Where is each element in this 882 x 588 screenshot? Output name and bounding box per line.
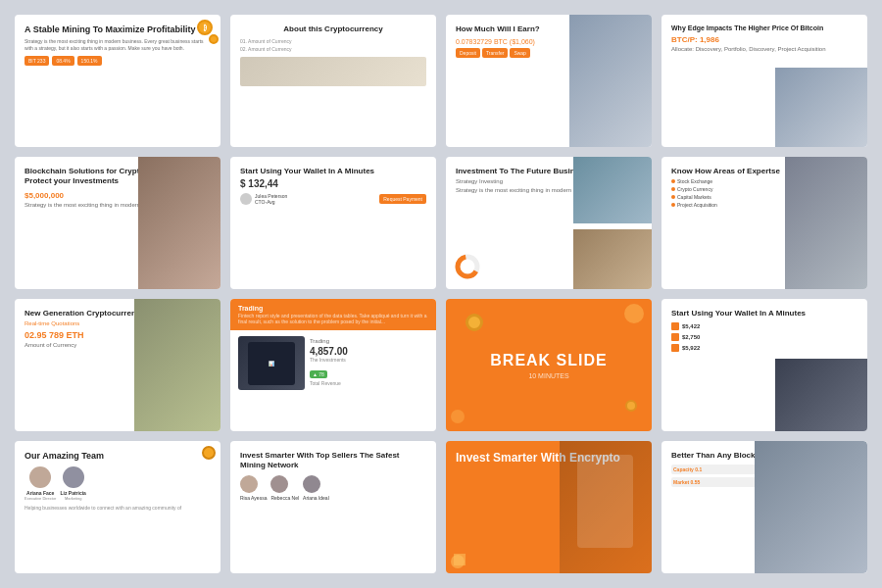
bullet-3 (671, 195, 675, 199)
bullet-1 (671, 179, 675, 183)
stat-val-3: $5,922 (682, 345, 700, 351)
coin-decoration-2 (209, 34, 219, 44)
bullet-2 (671, 187, 675, 191)
slide-15-image (560, 441, 653, 573)
slide-4-image (775, 68, 868, 147)
stat-icon-1 (671, 322, 679, 330)
slide-2: About this Cryptocurrency 01. Amount of … (230, 15, 436, 147)
stat-icon-3 (671, 344, 679, 352)
slide-15: Invest Smarter With Encrypto (446, 441, 652, 573)
slide-16-cell-3: Market 0.55 (671, 477, 763, 487)
stat-val-1: $5,422 (682, 323, 700, 329)
slide-1-tag-1: BIT 233 (24, 56, 49, 66)
slide-10-bot-title: Trading (310, 338, 348, 346)
av-3-name: Ariana Ideal (303, 495, 329, 501)
slide-16-image (755, 441, 868, 573)
slide-14-member-2: Rebecca Nel (270, 475, 299, 501)
slide-14-team: Risa Ayessa Rebecca Nel Ariana Ideal (240, 475, 426, 501)
slide-3-image (569, 15, 652, 147)
slide-10-bottom: 📊 Trading 4,857.00 The Investments ▲ 78 … (230, 330, 436, 396)
slide-13-body: Helping businesses worldwide to connect … (24, 505, 211, 512)
cell-3-val: Market 0.55 (673, 479, 761, 485)
slide-12-image (775, 359, 868, 431)
member-1-name: Ariana Face (24, 490, 56, 496)
slide-4-title: Why Edge Impacts The Higher Price Of Bit… (671, 24, 858, 32)
slide-8-image (785, 157, 867, 289)
slide-14-title: Invest Smarter With Top Sellers The Safe… (240, 451, 426, 469)
slide-6-avatar (240, 193, 252, 205)
member-2-avatar (63, 466, 84, 488)
slide-4-price: BTC/P: 1,986 (671, 35, 858, 44)
member-1-avatar (29, 466, 51, 488)
slide-1-body: Strategy is the most exciting thing in m… (24, 38, 211, 52)
break-coin-4 (625, 400, 637, 412)
slide-1-title: A Stable Mining To Maximize Profitabilit… (24, 24, 211, 35)
slide-2-title: About this Cryptocurrency (240, 24, 426, 34)
break-sub: 10 MINUTES (490, 372, 607, 379)
slide-6-title: Start Using Your Wallet In A Minutes (240, 167, 426, 176)
slide-14-member-3: Ariana Ideal (303, 475, 329, 501)
slide-12-stat-3: $5,922 (671, 344, 858, 352)
slide-3-btn-transfer[interactable]: Transfer (482, 48, 508, 58)
slide-1: ₿ A Stable Mining To Maximize Profitabil… (15, 15, 220, 147)
slide-7-image-bot (573, 229, 652, 289)
slide-1-tag-3: 150.1% (77, 56, 102, 66)
slide-13-title: Our Amazing Team (24, 451, 211, 462)
slide-6-role: CTO-Avg (255, 199, 287, 205)
slide-9-image (134, 299, 220, 431)
slide-6-person: Julea Peterson (255, 193, 287, 199)
slide-14: Invest Smarter With Top Sellers The Safe… (230, 441, 436, 573)
slide-4: Why Edge Impacts The Higher Price Of Bit… (662, 15, 867, 147)
slide-10-info: Trading 4,857.00 The Investments ▲ 78 To… (310, 336, 348, 390)
slide-6: Start Using Your Wallet In A Minutes $ 1… (230, 157, 436, 289)
break-content: BREAK SLIDE 10 MINUTES (490, 352, 607, 379)
slide-10-up-label: Total Revenue (310, 380, 348, 386)
slide-3: How Much Will I Earn? 0.07832729 BTC ($1… (446, 15, 652, 147)
slide-13-coin (202, 446, 216, 460)
member-1-role: Executive Director (24, 496, 56, 501)
slide-5: Blockchain Solutions for Crypto-Trading … (15, 157, 220, 289)
slide-6-btn[interactable]: Request Payment (379, 194, 426, 204)
slide-10-phone: 📊 (238, 336, 305, 390)
break-title: BREAK SLIDE (490, 352, 607, 369)
slide-7-image-top (573, 157, 652, 223)
av-2 (270, 475, 288, 493)
slide-10-topbar: Trading Fintech report style and present… (230, 299, 436, 330)
slide-12-stat-2: $2,750 (671, 333, 858, 341)
slide-1-tag-2: 08.4% (52, 56, 74, 66)
slide-13: Our Amazing Team Ariana Face Executive D… (15, 441, 220, 573)
av-1-name: Risa Ayessa (240, 495, 267, 501)
slide-2-line1: 01. Amount of Currency (240, 38, 426, 44)
slide-3-btn-deposit[interactable]: Deposit (456, 48, 480, 58)
slide-9: New Generation Cryptocurrency Real-time … (15, 299, 220, 431)
slide-10-top-title: Trading (238, 305, 428, 312)
slide-16-cell-1: Capacity 0.1 (671, 465, 763, 474)
slide-14-member-1: Risa Ayessa (240, 475, 267, 501)
slide-3-btn-swap[interactable]: Swap (510, 48, 530, 58)
slide-4-sub: Allocate: Discovery, Portfolio, Discover… (671, 46, 858, 54)
av-1 (240, 475, 258, 493)
slide-7: Investment To The Future Business Techno… (446, 157, 652, 289)
slide-7-chart (454, 253, 481, 280)
slide-12: Start Using Your Wallet In A Minutes $5,… (662, 299, 867, 431)
slide-10-bignum: 4,857.00 (310, 346, 348, 357)
break-coin-2 (451, 410, 465, 423)
slide-10-up: ▲ 78 (310, 370, 327, 378)
slide-12-stats: $5,422 $2,750 $5,922 (671, 322, 858, 352)
slide-2-image (240, 57, 426, 86)
slide-11-break: BREAK SLIDE 10 MINUTES (446, 299, 652, 431)
slide-15-coin-2 (454, 554, 466, 565)
av-2-name: Rebecca Nel (270, 495, 299, 501)
stat-icon-2 (671, 333, 679, 341)
av-3 (303, 475, 320, 493)
member-2-name: Liz Patricia (60, 490, 85, 496)
slide-13-member-2: Liz Patricia Marketing (60, 466, 85, 501)
stat-val-2: $2,750 (682, 334, 700, 340)
slide-12-stat-1: $5,422 (671, 322, 858, 330)
cell-1-val: Capacity 0.1 (673, 466, 761, 472)
bullet-4 (671, 203, 675, 207)
member-2-role: Marketing (60, 496, 85, 501)
slide-10-top-body: Fintech report style and presentation of… (238, 313, 428, 324)
slide-13-member-1: Ariana Face Executive Director (24, 466, 56, 501)
slide-13-team: Ariana Face Executive Director Liz Patri… (24, 466, 211, 501)
